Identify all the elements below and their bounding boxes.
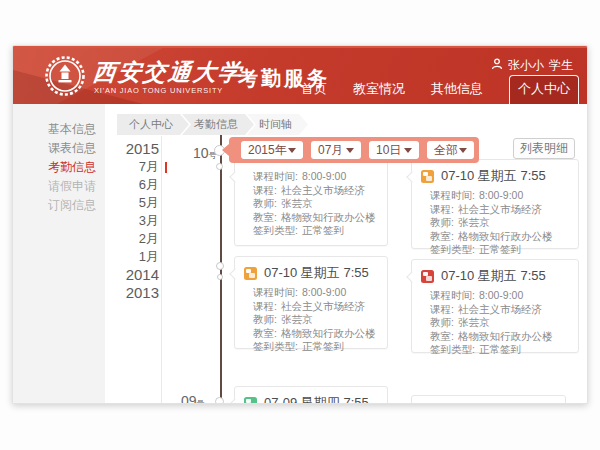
- card-date: 07-10 星期五 7:55: [441, 167, 546, 185]
- breadcrumb-personal-center[interactable]: 个人中心: [117, 114, 189, 135]
- rail-year-2013[interactable]: 2013: [111, 284, 159, 302]
- rail-month-mar[interactable]: 3月: [111, 212, 159, 230]
- sidebar-item-basic-info[interactable]: 基本信息: [13, 120, 105, 139]
- breadcrumb-timeline[interactable]: 时间轴: [247, 114, 308, 135]
- app-header: 西安交通大学 XI'AN JIAO TONG UNIVERSITY 考勤服务 张…: [13, 46, 588, 104]
- sidebar-item-subscription-info[interactable]: 订阅信息: [13, 196, 105, 215]
- timeline-node-small: [217, 274, 223, 280]
- timeline-node-small: [216, 163, 223, 170]
- timeline-node-small: [216, 262, 224, 270]
- orange-stamp-icon: [244, 267, 257, 280]
- current-month-marker: [165, 162, 167, 173]
- sidebar-item-leave-request[interactable]: 请假申请: [13, 177, 105, 196]
- rail-divider: [161, 136, 162, 404]
- breadcrumb-attendance-info[interactable]: 考勤信息: [182, 114, 254, 135]
- day-label-09: 09号: [181, 393, 205, 404]
- month-dropdown[interactable]: 07月: [311, 141, 361, 159]
- page-background: 西安交通大学 XI'AN JIAO TONG UNIVERSITY 考勤服务 张…: [0, 0, 600, 450]
- orange-stamp-icon: [421, 170, 434, 183]
- card-date: 07-09 星期四 7:55: [264, 394, 369, 404]
- card-date: 07-10 星期五 7:55: [264, 264, 369, 282]
- green-stamp-icon: [244, 397, 257, 405]
- attendance-card: 课程时间:8:00-9:00 课程:社会主义市场经济 教师:张芸京 教室:格物致…: [234, 159, 388, 246]
- breadcrumb: 个人中心 考勤信息 时间轴: [117, 114, 308, 135]
- filter-bubble: 2015年 07月 10日 全部: [229, 137, 479, 163]
- day-label-10: 10号: [193, 145, 217, 161]
- sidebar-menu: 基本信息 课表信息 考勤信息 请假申请 订阅信息: [13, 120, 105, 215]
- sidebar-item-schedule-info[interactable]: 课表信息: [13, 139, 105, 158]
- attendance-card: 07-09 星期四 7:55: [234, 386, 388, 404]
- attendance-card-partial: [411, 395, 566, 404]
- nav-personal-center[interactable]: 个人中心: [509, 75, 579, 104]
- rail-month-jun[interactable]: 6月: [111, 176, 159, 194]
- attendance-card: 07-10 星期五 7:55 课程时间:8:00-9:00 课程:社会主义市场经…: [234, 256, 388, 349]
- sidebar-item-attendance-info[interactable]: 考勤信息: [13, 158, 105, 177]
- user-icon: [491, 58, 503, 73]
- day-dropdown[interactable]: 10日: [369, 141, 419, 159]
- university-logo-icon: [44, 55, 86, 97]
- rail-month-feb[interactable]: 2月: [111, 230, 159, 248]
- main-nav: 首页 教室情况 其他信息 个人中心: [301, 75, 579, 104]
- rail-month-may[interactable]: 5月: [111, 194, 159, 212]
- nav-classroom-status[interactable]: 教室情况: [353, 80, 405, 104]
- user-name: 张小小: [508, 57, 544, 74]
- user-chip[interactable]: 张小小 学生: [491, 57, 573, 74]
- timeline-year-rail: 2015 7月 6月 5月 3月 2月 1月 2014 2013: [111, 140, 159, 302]
- chevron-down-icon: [346, 148, 354, 153]
- type-dropdown[interactable]: 全部: [427, 141, 474, 159]
- attendance-card: 07-10 星期五 7:55 课程时间:8:00-9:00 课程:社会主义市场经…: [411, 259, 579, 353]
- nav-home[interactable]: 首页: [301, 80, 327, 104]
- rail-year-2015[interactable]: 2015: [111, 140, 159, 158]
- sidebar: 基本信息 课表信息 考勤信息 请假申请 订阅信息: [13, 104, 105, 404]
- rail-month-jul[interactable]: 7月: [111, 158, 159, 176]
- app-window: 西安交通大学 XI'AN JIAO TONG UNIVERSITY 考勤服务 张…: [12, 45, 588, 404]
- chevron-down-icon: [404, 148, 412, 153]
- card-date: 07-10 星期五 7:55: [441, 267, 546, 285]
- timeline-node-small: [215, 397, 224, 404]
- university-name-cn: 西安交通大学: [91, 57, 244, 88]
- rail-year-2014[interactable]: 2014: [111, 266, 159, 284]
- nav-other-info[interactable]: 其他信息: [431, 80, 483, 104]
- list-detail-button[interactable]: 列表明细: [513, 138, 575, 159]
- rail-month-jan[interactable]: 1月: [111, 248, 159, 266]
- chevron-down-icon: [288, 148, 296, 153]
- year-dropdown[interactable]: 2015年: [241, 141, 303, 159]
- attendance-card: 07-10 星期五 7:55 课程时间:8:00-9:00 课程:社会主义市场经…: [411, 159, 579, 249]
- chevron-down-icon: [459, 148, 467, 153]
- user-role: 学生: [549, 57, 573, 74]
- university-name-en: XI'AN JIAO TONG UNIVERSITY: [94, 86, 223, 95]
- red-stamp-icon: [421, 270, 434, 283]
